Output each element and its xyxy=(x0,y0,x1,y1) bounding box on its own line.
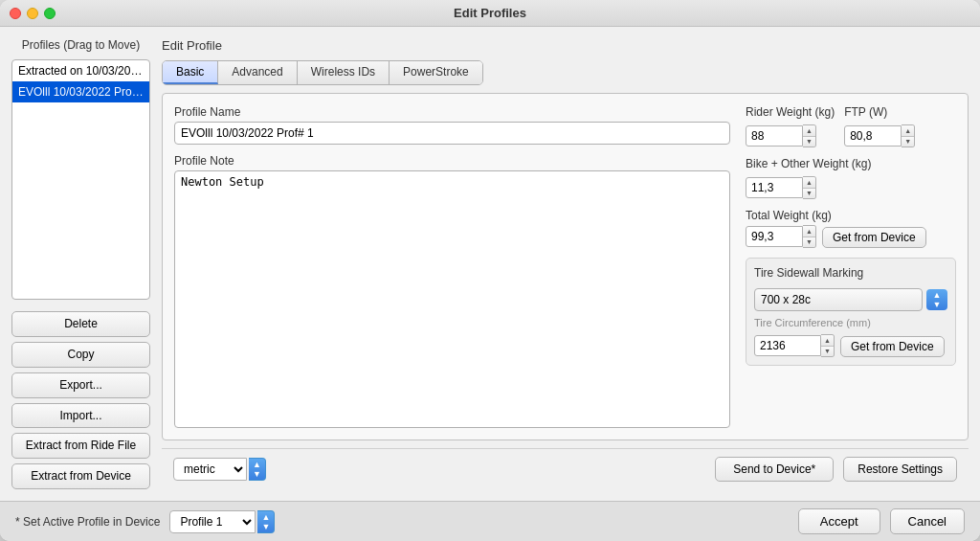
circ-spinner: ▲ ▼ xyxy=(754,334,835,357)
tab-basic[interactable]: Basic xyxy=(163,61,218,84)
tab-powerstroke[interactable]: PowerStroke xyxy=(390,61,482,84)
bike-weight-down[interactable]: ▼ xyxy=(803,189,815,199)
profile-name-section: Profile Name xyxy=(174,105,730,145)
total-weight-up[interactable]: ▲ xyxy=(803,226,815,237)
window-title: Edit Profiles xyxy=(454,6,526,20)
bike-weight-label: Bike + Other Weight (kg) xyxy=(746,157,956,170)
weight-ftp-row: Rider Weight (kg) ▲ ▼ FTP (W) xyxy=(746,105,956,147)
rider-weight-spinner: ▲ ▼ xyxy=(746,124,835,147)
tab-advanced[interactable]: Advanced xyxy=(218,61,297,84)
footer: * Set Active Profile in Device Profile 1… xyxy=(0,501,980,541)
circ-input[interactable] xyxy=(754,335,821,356)
ftp-up[interactable]: ▲ xyxy=(902,125,914,137)
extract-ride-button[interactable]: Extract from Ride File xyxy=(11,433,150,459)
close-button[interactable] xyxy=(10,8,21,19)
minimize-button[interactable] xyxy=(27,8,38,19)
bike-weight-field: Bike + Other Weight (kg) ▲ ▼ xyxy=(746,157,956,199)
profiles-list: Extracted on 10/03/2022 Prof #1 EVOlll 1… xyxy=(11,59,150,300)
circ-up[interactable]: ▲ xyxy=(821,335,834,347)
circ-down[interactable]: ▼ xyxy=(821,347,834,357)
total-weight-down[interactable]: ▼ xyxy=(803,237,815,248)
rider-weight-up[interactable]: ▲ xyxy=(803,125,815,137)
restore-settings-button[interactable]: Restore Settings xyxy=(843,457,957,482)
bike-weight-input[interactable] xyxy=(746,177,803,198)
tab-wireless[interactable]: Wireless IDs xyxy=(298,61,390,84)
profile-name-label: Profile Name xyxy=(174,105,730,119)
metric-select[interactable]: metric imperial xyxy=(173,458,247,481)
profiles-header: Profiles (Drag to Move) xyxy=(11,38,150,52)
extract-device-button[interactable]: Extract from Device xyxy=(11,463,150,489)
profile-note-label: Profile Note xyxy=(174,154,730,168)
main-content: Profiles (Drag to Move) Extracted on 10/… xyxy=(0,27,980,501)
profile-note-input[interactable]: Newton Setup xyxy=(174,170,730,428)
ftp-input[interactable] xyxy=(844,125,902,147)
cancel-button[interactable]: Cancel xyxy=(890,508,965,534)
tire-section: Tire Sidewall Marking 700 x 23c 700 x 25… xyxy=(746,258,956,366)
ftp-spinbtns: ▲ ▼ xyxy=(902,124,915,147)
ftp-spinner: ▲ ▼ xyxy=(844,124,915,147)
active-profile-select[interactable]: Profile 1 Profile 2 Profile 3 xyxy=(169,510,256,533)
set-active-label: * Set Active Profile in Device xyxy=(15,515,160,529)
get-device-btn-1[interactable]: Get from Device xyxy=(822,227,926,248)
titlebar: Edit Profiles xyxy=(0,0,980,27)
action-buttons: Delete Copy Export... Import... Extract … xyxy=(11,311,150,489)
copy-button[interactable]: Copy xyxy=(11,342,150,368)
profile-box: Profile Name Profile Note Newton Setup R… xyxy=(162,93,969,440)
total-weight-spinbtns: ▲ ▼ xyxy=(803,225,816,248)
accept-button[interactable]: Accept xyxy=(798,508,880,534)
import-button[interactable]: Import... xyxy=(11,403,150,429)
profile-item[interactable]: Extracted on 10/03/2022 Prof #1 xyxy=(12,60,149,81)
rider-weight-down[interactable]: ▼ xyxy=(803,137,815,147)
rider-weight-label: Rider Weight (kg) xyxy=(746,105,835,119)
maximize-button[interactable] xyxy=(44,8,56,19)
ftp-field: FTP (W) ▲ ▼ xyxy=(844,105,915,147)
active-profile-arrow[interactable]: ▲▼ xyxy=(257,510,275,533)
bike-weight-spinner: ▲ ▼ xyxy=(746,176,956,199)
ftp-down[interactable]: ▼ xyxy=(902,137,914,147)
rider-weight-field: Rider Weight (kg) ▲ ▼ xyxy=(746,105,835,147)
delete-button[interactable]: Delete xyxy=(11,311,150,337)
bike-weight-spinbtns: ▲ ▼ xyxy=(803,176,816,199)
active-profile-wrap: Profile 1 Profile 2 Profile 3 ▲▼ xyxy=(169,510,275,533)
rider-weight-input[interactable] xyxy=(746,125,803,147)
circ-label: Tire Circumference (mm) xyxy=(754,317,947,328)
get-device-btn-2[interactable]: Get from Device xyxy=(840,336,945,357)
total-weight-input[interactable] xyxy=(746,226,803,247)
ftp-label: FTP (W) xyxy=(844,105,915,119)
profile-name-input[interactable] xyxy=(174,122,730,145)
tire-select-wrap: 700 x 23c 700 x 25c 700 x 28c 700 x 32c … xyxy=(754,288,947,311)
total-weight-label: Total Weight (kg) xyxy=(746,209,956,222)
metric-wrap: metric imperial ▲▼ xyxy=(173,458,266,481)
tire-select-arrow[interactable]: ▲▼ xyxy=(926,289,947,310)
window-controls xyxy=(10,8,56,19)
total-weight-spinner: ▲ ▼ xyxy=(746,225,816,248)
profile-form-right: Rider Weight (kg) ▲ ▼ FTP (W) xyxy=(746,105,956,428)
tire-select[interactable]: 700 x 23c 700 x 25c 700 x 28c 700 x 32c … xyxy=(754,288,923,311)
send-to-device-button[interactable]: Send to Device* xyxy=(715,457,834,482)
left-panel: Profiles (Drag to Move) Extracted on 10/… xyxy=(11,38,150,489)
profile-bottom-bar: metric imperial ▲▼ Send to Device* Resto… xyxy=(162,448,969,489)
profile-form-left: Profile Name Profile Note Newton Setup xyxy=(174,105,730,428)
circ-row: ▲ ▼ Get from Device xyxy=(754,334,947,357)
edit-profile-label: Edit Profile xyxy=(162,38,969,53)
circ-spinbtns: ▲ ▼ xyxy=(821,334,835,357)
total-weight-section: Total Weight (kg) ▲ ▼ Get from Device xyxy=(746,209,956,248)
main-window: Edit Profiles Profiles (Drag to Move) Ex… xyxy=(0,0,980,541)
bike-weight-up[interactable]: ▲ xyxy=(803,177,815,189)
right-panel: Edit Profile Basic Advanced Wireless IDs… xyxy=(162,38,969,489)
export-button[interactable]: Export... xyxy=(11,372,150,398)
profile-note-section: Profile Note Newton Setup xyxy=(174,154,730,428)
tab-bar: Basic Advanced Wireless IDs PowerStroke xyxy=(162,60,483,85)
metric-select-arrow[interactable]: ▲▼ xyxy=(249,458,266,481)
profile-item-selected[interactable]: EVOlll 10/03/2022 Prof# 1 xyxy=(12,81,149,102)
total-weight-row: ▲ ▼ Get from Device xyxy=(746,225,956,248)
rider-weight-spinbtns: ▲ ▼ xyxy=(803,124,816,147)
tire-marking-label: Tire Sidewall Marking xyxy=(754,266,947,280)
